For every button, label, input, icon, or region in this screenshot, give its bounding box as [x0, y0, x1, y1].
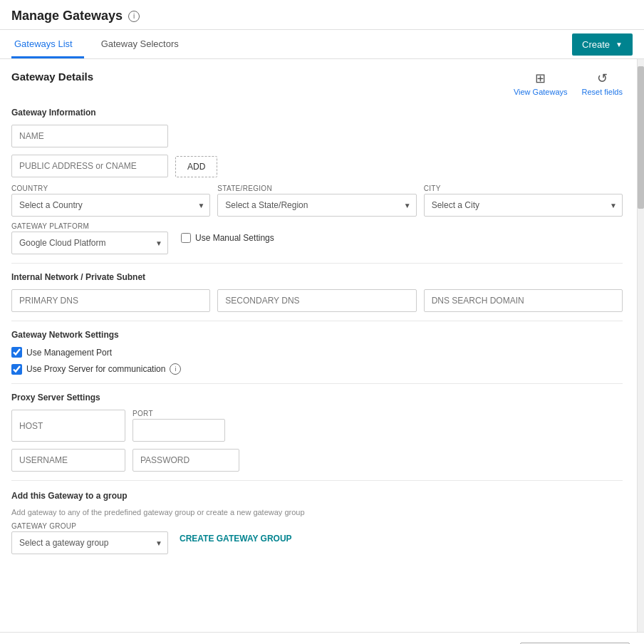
host-input[interactable] — [11, 410, 125, 442]
content-area: Gateway Details ⊞ View Gateways ↺ Reset … — [0, 59, 644, 632]
internal-network-label: Internal Network / Private Subnet — [11, 272, 623, 282]
name-row — [11, 125, 623, 147]
header-actions: ⊞ View Gateways ↺ Reset fields — [514, 71, 623, 96]
platform-select-wrapper: Google Cloud Platform ▼ — [11, 232, 168, 254]
port-input[interactable]: 8080 — [133, 419, 225, 442]
port-label: PORT — [133, 410, 225, 417]
state-select[interactable]: Select a State/Region — [217, 194, 416, 217]
form-section: Gateway Details ⊞ View Gateways ↺ Reset … — [0, 59, 637, 632]
country-group: COUNTRY Select a Country ▼ — [11, 185, 210, 217]
group-select-group: GATEWAY GROUP Select a gateway group ▼ — [11, 522, 168, 554]
tabs-bar: Gateways List Gateway Selectors Create ▼ — [0, 30, 644, 59]
footer-actions: CANCEL Create Configuration — [0, 632, 644, 644]
city-select-wrapper: Select a City ▼ — [424, 194, 623, 217]
view-gateways-icon: ⊞ — [535, 71, 546, 86]
dns-search-input[interactable] — [424, 289, 623, 312]
platform-group: GATEWAY PLATFORM Google Cloud Platform ▼ — [11, 222, 168, 254]
reset-icon: ↺ — [597, 71, 608, 86]
proxy-server-checkbox[interactable] — [11, 364, 22, 375]
gateway-group-label: Add this Gateway to a group — [11, 491, 623, 501]
city-select[interactable]: Select a City — [424, 194, 623, 217]
management-port-row: Use Management Port — [11, 347, 623, 358]
add-button[interactable]: ADD — [175, 156, 217, 177]
country-select-wrapper: Select a Country ▼ — [11, 194, 210, 217]
city-label: CITY — [424, 185, 623, 192]
scrollbar-thumb[interactable] — [638, 66, 644, 209]
group-select-label: GATEWAY GROUP — [11, 522, 168, 530]
country-label: COUNTRY — [11, 185, 210, 192]
reset-fields-button[interactable]: ↺ Reset fields — [582, 71, 623, 96]
tab-gateways-list[interactable]: Gateways List — [11, 30, 84, 58]
proxy-info-icon[interactable]: i — [170, 363, 181, 375]
location-row: COUNTRY Select a Country ▼ STATE/REGION … — [11, 185, 623, 217]
chevron-down-icon: ▼ — [616, 41, 623, 48]
manual-settings-checkbox[interactable] — [181, 233, 191, 243]
gateway-group-row: GATEWAY GROUP Select a gateway group ▼ C… — [11, 522, 623, 554]
divider-3 — [11, 383, 623, 384]
proxy-server-label-section: Proxy Server Settings — [11, 393, 623, 402]
secondary-dns-input[interactable] — [217, 289, 416, 312]
password-input[interactable] — [133, 449, 239, 472]
scrollbar[interactable] — [637, 59, 644, 632]
primary-dns-input[interactable] — [11, 289, 210, 312]
management-port-label: Use Management Port — [26, 348, 112, 358]
name-input[interactable] — [11, 125, 168, 147]
gateway-group-section: Add this Gateway to a group Add gateway … — [11, 491, 623, 554]
network-settings-label: Gateway Network Settings — [11, 330, 623, 340]
platform-manual-row: GATEWAY PLATFORM Google Cloud Platform ▼… — [11, 222, 623, 254]
proxy-server-row: Use Proxy Server for communication i — [11, 363, 623, 375]
host-port-row: PORT 8080 — [11, 410, 623, 442]
page-title: Manage Gateways — [11, 9, 123, 24]
gateway-details-title: Gateway Details — [11, 71, 93, 83]
country-select[interactable]: Select a Country — [11, 194, 210, 217]
address-input[interactable] — [11, 155, 168, 177]
divider-1 — [11, 263, 623, 264]
info-icon[interactable]: i — [128, 11, 140, 22]
group-select-wrapper: Select a gateway group ▼ — [11, 531, 168, 554]
page-header: Manage Gateways i — [0, 0, 644, 30]
gateway-group-desc: Add gateway to any of the predefined gat… — [11, 508, 623, 516]
tab-gateway-selectors[interactable]: Gateway Selectors — [98, 30, 190, 58]
platform-select[interactable]: Google Cloud Platform — [11, 232, 168, 254]
state-group: STATE/REGION Select a State/Region ▼ — [217, 185, 416, 217]
state-select-wrapper: Select a State/Region ▼ — [217, 194, 416, 217]
dns-row — [11, 289, 623, 312]
username-input[interactable] — [11, 449, 125, 472]
gateway-info-label: Gateway Information — [11, 108, 623, 118]
manual-settings-label: Use Manual Settings — [195, 233, 274, 243]
proxy-server-label: Use Proxy Server for communication — [26, 364, 165, 374]
view-gateways-button[interactable]: ⊞ View Gateways — [514, 71, 568, 96]
form-header: Gateway Details ⊞ View Gateways ↺ Reset … — [11, 71, 623, 96]
city-group: CITY Select a City ▼ — [424, 185, 623, 217]
create-gateway-group-link[interactable]: CREATE GATEWAY GROUP — [180, 534, 292, 544]
manual-settings-group: Use Manual Settings — [181, 233, 274, 243]
port-group: PORT 8080 — [133, 410, 225, 442]
management-port-checkbox[interactable] — [11, 347, 22, 358]
divider-4 — [11, 480, 623, 481]
gateway-group-select[interactable]: Select a gateway group — [11, 531, 168, 554]
state-label: STATE/REGION — [217, 185, 416, 192]
address-row: ADD — [11, 155, 623, 177]
divider-2 — [11, 321, 623, 321]
create-button[interactable]: Create ▼ — [572, 33, 633, 56]
user-pass-row — [11, 449, 623, 472]
platform-label: GATEWAY PLATFORM — [11, 222, 168, 230]
